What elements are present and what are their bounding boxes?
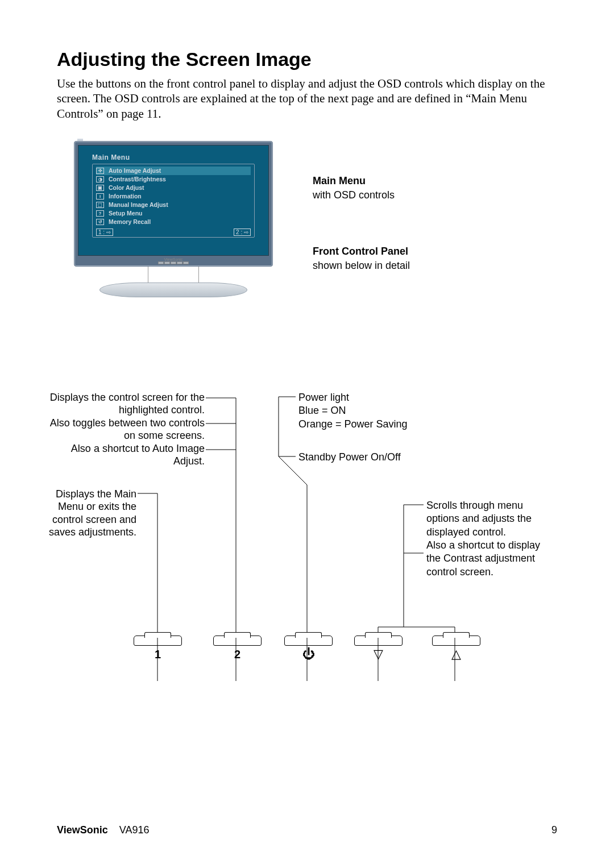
color-icon: ▣ xyxy=(96,185,104,191)
osd-menu: ✣Auto Image Adjust ◑Contrast/Brightness … xyxy=(92,164,255,238)
page-title: Adjusting the Screen Image xyxy=(57,48,557,70)
main-menu-label: Main Menu xyxy=(313,175,410,187)
up-icon: △ xyxy=(432,647,480,662)
front-panel-sublabel: shown below in detail xyxy=(313,260,410,272)
footer-brand: ViewSonic xyxy=(57,824,108,836)
osd-title: Main Menu xyxy=(92,153,255,161)
setup-icon: ? xyxy=(96,210,104,217)
button-down: ▽ xyxy=(354,636,403,662)
osd-item-setup-menu: ?Setup Menu xyxy=(96,209,251,218)
power-icon: ⏻ xyxy=(284,647,333,662)
button-1: 1 xyxy=(134,636,182,661)
osd-footer-right: 2 : ⇨ xyxy=(234,229,251,236)
auto-image-icon: ✣ xyxy=(96,168,104,174)
footer-model xyxy=(111,824,119,836)
monitor-brand: ViewSonic xyxy=(78,258,269,261)
manual-image-icon: ⬚ xyxy=(96,202,104,208)
button-row: 1 2 ⏻ ▽ △ xyxy=(57,636,557,704)
button-power: ⏻ xyxy=(284,636,333,662)
down-icon: ▽ xyxy=(354,647,403,662)
osd-item-manual-image-adjust: ⬚Manual Image Adjust xyxy=(96,201,251,209)
osd-item-contrast-brightness: ◑Contrast/Brightness xyxy=(96,175,251,184)
button-up: △ xyxy=(432,636,480,662)
osd-item-memory-recall: ↺Memory Recall xyxy=(96,218,251,226)
osd-item-color-adjust: ▣Color Adjust xyxy=(96,184,251,192)
intro-paragraph: Use the buttons on the front control pan… xyxy=(57,76,557,121)
page-number: 9 xyxy=(551,824,557,836)
button-2: 2 xyxy=(213,636,262,661)
osd-footer-left: 1 : ⇨ xyxy=(96,229,113,236)
svg-line-9 xyxy=(279,456,307,485)
info-icon: i xyxy=(96,193,104,200)
osd-item-auto-image-adjust: ✣Auto Image Adjust xyxy=(96,167,251,175)
front-panel-label: Front Control Panel xyxy=(313,246,410,258)
recall-icon: ↺ xyxy=(96,219,104,225)
main-menu-sublabel: with OSD controls xyxy=(313,189,410,201)
osd-item-information: iInformation xyxy=(96,192,251,201)
contrast-icon: ◑ xyxy=(96,176,104,182)
monitor-diagram: Main Menu ✣Auto Image Adjust ◑Contrast/B… xyxy=(74,141,557,323)
